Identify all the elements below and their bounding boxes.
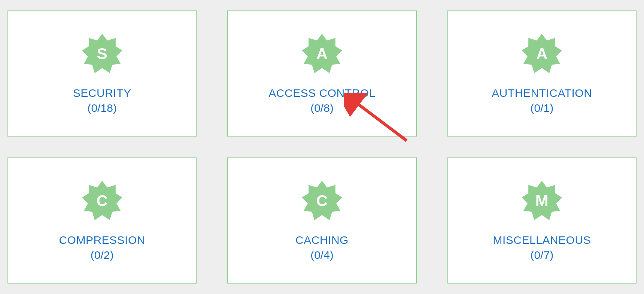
badge-letter: C [316, 192, 328, 210]
star-badge-icon: A [521, 33, 563, 75]
card-security[interactable]: S SECURITY (0/18) [7, 10, 197, 137]
card-authentication[interactable]: A AUTHENTICATION (0/1) [447, 10, 637, 137]
card-title: ACCESS CONTROL [268, 87, 375, 99]
card-title: SECURITY [73, 87, 131, 99]
badge-letter: S [97, 45, 107, 63]
star-badge-icon: C [301, 180, 343, 222]
card-count: (0/4) [310, 249, 334, 261]
badge-letter: A [316, 45, 328, 63]
star-badge-icon: A [301, 33, 343, 75]
star-badge-icon: C [81, 180, 123, 222]
card-compression[interactable]: C COMPRESSION (0/2) [7, 157, 197, 284]
card-title: COMPRESSION [59, 234, 145, 246]
card-count: (0/7) [530, 249, 553, 261]
badge-letter: C [96, 192, 107, 210]
badge-letter: A [536, 45, 547, 63]
star-badge-icon: S [81, 33, 123, 75]
card-title: AUTHENTICATION [492, 87, 592, 99]
card-grid: S SECURITY (0/18) A ACCESS CONTROL (0/8)… [0, 0, 644, 294]
card-count: (0/2) [91, 249, 114, 261]
card-access-control[interactable]: A ACCESS CONTROL (0/8) [227, 10, 416, 137]
card-title: CACHING [295, 234, 349, 246]
card-count: (0/1) [530, 102, 553, 114]
card-count: (0/8) [310, 102, 334, 114]
card-title: MISCELLANEOUS [493, 234, 591, 246]
card-miscellaneous[interactable]: M MISCELLANEOUS (0/7) [447, 157, 637, 284]
card-caching[interactable]: C CACHING (0/4) [227, 157, 416, 284]
badge-letter: M [535, 192, 549, 210]
card-count: (0/18) [87, 102, 116, 114]
star-badge-icon: M [521, 180, 563, 222]
